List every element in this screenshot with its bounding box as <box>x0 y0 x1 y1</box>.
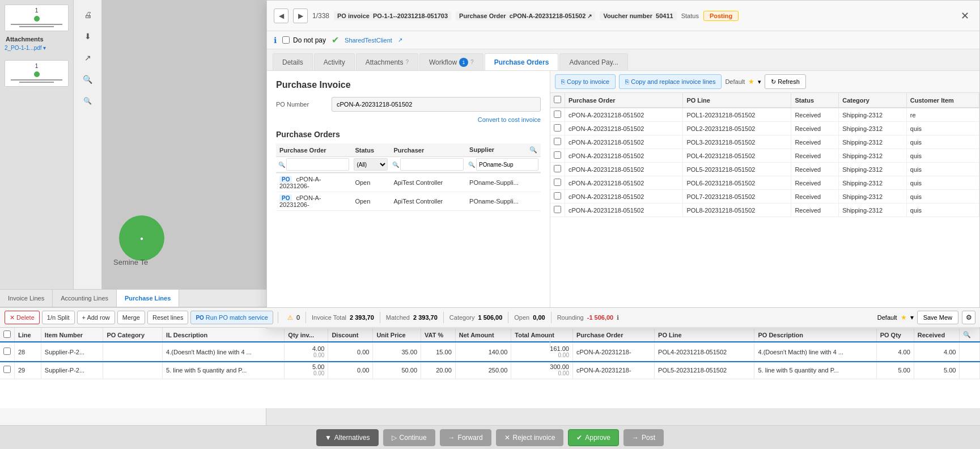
refresh-button[interactable]: ↻ Refresh <box>765 74 806 89</box>
external-link-icon[interactable]: ↗ <box>80 50 96 66</box>
tab-advanced-pay[interactable]: Advanced Pay... <box>559 53 628 70</box>
alternatives-button[interactable]: ▼ Alternatives <box>316 429 379 446</box>
convert-to-cost-link[interactable]: Convert to cost invoice <box>276 116 541 123</box>
pdf-link[interactable]: 2_PO-1-1...pdf ▾ <box>5 45 69 51</box>
next-button[interactable]: ▶ <box>293 9 308 23</box>
status-filter-select[interactable]: (All) <box>354 158 388 171</box>
download-icon[interactable]: ⬇ <box>80 28 96 44</box>
search-icon[interactable]: 🔍 <box>529 146 537 154</box>
tab-purchase-orders[interactable]: Purchase Orders <box>485 53 559 70</box>
tab-workflow[interactable]: Workflow 1 ? <box>419 53 483 70</box>
modal-close-button[interactable]: ✕ <box>957 8 973 24</box>
invoice-tabs: Invoice Lines Accounting Lines Purchase … <box>0 289 266 307</box>
shared-client-link-icon[interactable]: ↗ <box>398 37 402 43</box>
purchaser-filter-input[interactable] <box>400 158 464 171</box>
copy-replace-button[interactable]: ⎘ Copy and replace invoice lines <box>619 74 722 89</box>
po-row-checkbox[interactable] <box>554 124 561 132</box>
toolbar-divider <box>278 312 278 323</box>
po-row-checkbox[interactable] <box>554 165 561 172</box>
toolbar-right: Default ★ ▾ Save Mew ⚙ <box>877 311 975 324</box>
info-icon[interactable]: ℹ <box>617 314 619 321</box>
col-line: Line <box>15 328 41 342</box>
po-row-checkbox[interactable] <box>554 111 561 118</box>
po-lines-row[interactable]: cPON-A-20231218-051502 POL3-20231218-051… <box>550 135 979 149</box>
thumbnail-area: 1 Attachments 2_PO-1-1...pdf ▾ 1 <box>0 0 74 289</box>
po-lines-row[interactable]: cPON-A-20231218-051502 POL7-20231218-051… <box>550 190 979 204</box>
po-search-icon[interactable]: 🔍 <box>278 162 285 168</box>
purchaser-search-icon[interactable]: 🔍 <box>392 162 399 168</box>
check-icon: ✔ <box>576 434 582 442</box>
po-table-row[interactable]: PO cPON-A-20231206- Open ApiTest Control… <box>276 192 541 211</box>
zoom-out-icon[interactable]: 🔍 <box>80 93 96 109</box>
star-icon[interactable]: ★ <box>748 78 754 86</box>
status-badge: Posting <box>703 11 739 21</box>
help-icon: ? <box>405 59 409 65</box>
supplier-filter-input[interactable] <box>476 158 538 171</box>
copy-to-invoice-button[interactable]: ⎘ Copy to invoice <box>555 74 616 89</box>
post-button[interactable]: → Post <box>623 429 664 446</box>
po-lines-row[interactable]: cPON-A-20231218-051502 POL8-20231218-051… <box>550 204 979 217</box>
po-lines-row[interactable]: cPON-A-20231218-051502 POL4-20231218-051… <box>550 149 979 163</box>
tab-details[interactable]: Details <box>273 53 313 70</box>
approve-button[interactable]: ✔ Approve <box>568 429 619 446</box>
tab-accounting-lines[interactable]: Accounting Lines <box>53 290 117 307</box>
reset-lines-button[interactable]: Reset lines <box>147 311 188 324</box>
info-circle-icon[interactable]: ℹ <box>274 36 277 45</box>
company-avatar: ● <box>119 215 164 261</box>
supplier-search-icon[interactable]: 🔍 <box>468 162 475 168</box>
thumbnail-2[interactable]: 1 <box>5 60 69 87</box>
col-status: Status <box>791 93 839 108</box>
tab-activity[interactable]: Activity <box>314 53 355 70</box>
print-icon[interactable]: 🖨 <box>80 7 96 23</box>
run-po-button[interactable]: PO Run PO match service <box>190 311 273 324</box>
delete-button[interactable]: ✕ Delete <box>5 311 40 324</box>
copy-replace-icon: ⎘ <box>625 78 629 85</box>
po-row-checkbox[interactable] <box>554 179 561 186</box>
zoom-in-icon[interactable]: 🔍 <box>80 71 96 87</box>
modal-header: ◀ ▶ 1/338 PO invoice PO-1-1--20231218-05… <box>267 1 979 31</box>
split-button[interactable]: 1/n Split <box>42 311 75 324</box>
document-preview: ● Semine Te <box>102 0 266 289</box>
settings-button[interactable]: ⚙ <box>962 311 975 324</box>
dropdown-icon[interactable]: ▾ <box>43 45 46 51</box>
po-row-checkbox[interactable] <box>554 151 561 159</box>
save-view-button[interactable]: Save Mew <box>917 311 958 324</box>
star-icon[interactable]: ★ <box>901 314 907 321</box>
modal-sub-header: ℹ Do not pay ✔ SharedTestClient ↗ <box>267 31 979 49</box>
po-lines-row[interactable]: cPON-A-20231218-051502 POL6-20231218-051… <box>550 176 979 190</box>
reject-button[interactable]: ✕ Reject invoice <box>496 429 564 446</box>
tab-invoice-lines[interactable]: Invoice Lines <box>0 290 53 307</box>
po-row-checkbox[interactable] <box>554 138 561 145</box>
prev-button[interactable]: ◀ <box>274 9 289 23</box>
row-checkbox[interactable] <box>3 366 11 373</box>
external-link-icon[interactable]: ↗ <box>587 13 592 19</box>
po-lines-row[interactable]: cPON-A-20231218-051502 POL5-20231218-051… <box>550 163 979 176</box>
po-number-row: PO Number <box>276 97 541 112</box>
select-all-checkbox[interactable] <box>3 331 11 338</box>
purchase-orders-table: Purchase Order Status Purchaser Supplier… <box>276 143 541 211</box>
row-checkbox[interactable] <box>3 348 11 355</box>
po-row-checkbox[interactable] <box>554 192 561 200</box>
grid-row[interactable]: 29 Supplier-P-2... 5. line with 5 quanti… <box>0 361 980 379</box>
forward-button[interactable]: → Forward <box>440 429 491 446</box>
po-search-input[interactable] <box>286 158 349 171</box>
po-number-input[interactable] <box>332 97 541 112</box>
chevron-down-icon[interactable]: ▾ <box>910 314 914 321</box>
thumbnail-1[interactable]: 1 <box>5 5 69 31</box>
add-row-button[interactable]: + Add row <box>77 311 115 324</box>
tab-purchase-lines[interactable]: Purchase Lines <box>117 290 179 307</box>
green-check-icon: ✔ <box>332 35 339 45</box>
workflow-badge: 1 <box>459 58 468 67</box>
tab-attachments[interactable]: Attachments ? <box>356 53 418 70</box>
chevron-down-icon[interactable]: ▾ <box>758 78 761 86</box>
continue-button[interactable]: ▷ Continue <box>383 429 435 446</box>
do-not-pay-checkbox[interactable] <box>282 36 290 44</box>
status-label: Status <box>681 12 699 19</box>
po-table-row[interactable]: PO cPON-A-20231206- Open ApiTest Control… <box>276 173 541 192</box>
do-not-pay-label: Do not pay <box>293 36 326 44</box>
merge-button[interactable]: Merge <box>117 311 145 324</box>
po-select-all[interactable] <box>554 96 561 103</box>
po-lines-row[interactable]: cPON-A-20231218-051502 POL2-20231218-051… <box>550 122 979 135</box>
po-lines-row[interactable]: cPON-A-20231218-051502 POL1-20231218-051… <box>550 108 979 122</box>
po-row-checkbox[interactable] <box>554 206 561 213</box>
